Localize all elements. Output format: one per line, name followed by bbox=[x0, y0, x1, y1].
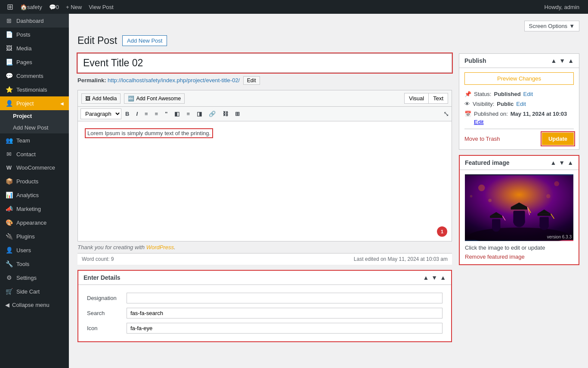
wp-credit: Thank you for creating with WordPress. bbox=[77, 241, 452, 253]
sidebar-item-tools[interactable]: 🔧 Tools bbox=[0, 257, 69, 271]
blockquote-btn[interactable]: " bbox=[162, 109, 170, 119]
publish-close-btn[interactable]: ▲ bbox=[568, 57, 574, 64]
sidebar-item-analytics[interactable]: 📊 Analytics bbox=[0, 188, 69, 202]
collapse-menu-btn[interactable]: ◀ Collapse menu bbox=[0, 298, 69, 312]
sidebar-item-contact[interactable]: ✉ Contact bbox=[0, 147, 69, 161]
settings-icon: ⚙ bbox=[5, 274, 13, 281]
status-edit-link[interactable]: Edit bbox=[523, 91, 533, 97]
add-font-label: Add Font Awesome bbox=[136, 96, 181, 102]
permalink-edit-btn[interactable]: Edit bbox=[243, 76, 260, 85]
site-name-btn[interactable]: 🏠 safety bbox=[17, 0, 46, 14]
sidebar-item-users[interactable]: 👤 Users bbox=[0, 243, 69, 257]
align-center-btn[interactable]: ≡ bbox=[183, 109, 193, 119]
icon-input[interactable] bbox=[127, 323, 443, 334]
sidebar-item-posts[interactable]: 📄 Posts bbox=[0, 28, 69, 41]
team-icon: 👥 bbox=[5, 137, 13, 144]
editor-toolbar-top: 🖼 Add Media 🔤 Add Font Awesome Visual Te… bbox=[77, 90, 452, 106]
sidebar-item-project[interactable]: 👤 Project ◀ bbox=[0, 96, 69, 110]
italic-btn[interactable]: I bbox=[133, 109, 141, 119]
featured-down-btn[interactable]: ▼ bbox=[559, 159, 565, 166]
add-new-post-btn[interactable]: Add New Post bbox=[122, 35, 167, 46]
table-btn[interactable]: ⊞ bbox=[232, 109, 243, 119]
admin-menu: ⊞ Dashboard 📄 Posts 🖼 Media 📃 Pages 💬 Co… bbox=[0, 14, 69, 368]
visibility-edit-link[interactable]: Edit bbox=[516, 101, 526, 107]
sidebar-analytics-label: Analytics bbox=[16, 192, 39, 198]
ul-btn[interactable]: ≡ bbox=[142, 109, 151, 119]
featured-image-body: version 6.3.3 Click the image to edit or… bbox=[460, 170, 579, 264]
publish-up-btn[interactable]: ▲ bbox=[551, 57, 557, 64]
move-to-trash-link[interactable]: Move to Trash bbox=[464, 136, 500, 142]
visual-tab[interactable]: Visual bbox=[405, 93, 429, 103]
post-title-input[interactable] bbox=[77, 53, 452, 73]
enter-details-metabox: Enter Details ▲ ▼ ▲ Designation bbox=[77, 270, 452, 342]
sidebar-item-comments[interactable]: 💬 Comments bbox=[0, 69, 69, 83]
paragraph-select[interactable]: Paragraph Heading 1 Heading 2 Heading 3 bbox=[80, 108, 121, 119]
editor-sidebar: Publish ▲ ▼ ▲ Preview Changes 📌 Status: … bbox=[459, 53, 579, 342]
wordpress-link[interactable]: WordPress bbox=[146, 244, 174, 250]
add-media-icon: 🖼 bbox=[85, 96, 90, 102]
sidebar-item-marketing[interactable]: 📣 Marketing bbox=[0, 202, 69, 216]
permalink-url[interactable]: http://localhost/safety/index.php/projec… bbox=[108, 77, 240, 83]
designation-input[interactable] bbox=[127, 293, 443, 303]
visibility-value: Public bbox=[497, 101, 514, 107]
site-name: safety bbox=[27, 4, 42, 10]
sidebar-sidecart-label: Side Cart bbox=[16, 288, 40, 295]
expand-btn[interactable]: ⤡ bbox=[443, 110, 449, 118]
text-tab[interactable]: Text bbox=[429, 93, 448, 103]
sidebar-item-appearance[interactable]: 🎨 Appearance bbox=[0, 216, 69, 229]
link-btn[interactable]: 🔗 bbox=[206, 109, 219, 119]
sidebar-item-plugins[interactable]: 🔌 Plugins bbox=[0, 229, 69, 243]
products-icon: 📦 bbox=[5, 178, 13, 185]
editor-content-area[interactable]: Lorem Ipsum is simply dummy text of the … bbox=[77, 121, 452, 241]
metabox-close-btn[interactable]: ▲ bbox=[440, 274, 446, 281]
metabox-up-btn[interactable]: ▲ bbox=[423, 274, 429, 281]
search-label: Search bbox=[84, 306, 123, 320]
add-font-awesome-btn[interactable]: 🔤 Add Font Awesome bbox=[124, 93, 185, 104]
align-left-btn[interactable]: ◧ bbox=[171, 109, 183, 119]
screen-options-btn[interactable]: Screen Options ▼ bbox=[524, 21, 579, 31]
svg-point-22 bbox=[470, 195, 473, 198]
unlink-btn[interactable]: ⛓ bbox=[220, 109, 231, 119]
featured-up-btn[interactable]: ▲ bbox=[550, 159, 556, 166]
new-post-btn[interactable]: + New bbox=[62, 0, 85, 14]
publish-down-btn[interactable]: ▼ bbox=[559, 57, 565, 64]
sidebar-item-woocommerce[interactable]: W WooCommerce bbox=[0, 161, 69, 174]
preview-changes-btn[interactable]: Preview Changes bbox=[464, 72, 574, 85]
font-awesome-icon: 🔤 bbox=[128, 96, 134, 102]
sidebar-item-products[interactable]: 📦 Products bbox=[0, 174, 69, 188]
view-post-btn[interactable]: View Post bbox=[85, 0, 117, 14]
sidebar-item-team[interactable]: 👥 Team bbox=[0, 133, 69, 147]
sidebar-item-dashboard[interactable]: ⊞ Dashboard bbox=[0, 14, 69, 28]
metabox-down-btn[interactable]: ▼ bbox=[431, 274, 437, 281]
sidebar-project-label: Project bbox=[16, 100, 34, 107]
featured-close-btn[interactable]: ▲ bbox=[567, 159, 573, 166]
wp-logo-btn[interactable]: ⊞ bbox=[3, 0, 17, 14]
sidebar-item-testimonials[interactable]: ⭐ Testimonials bbox=[0, 83, 69, 96]
published-edit-link[interactable]: Edit bbox=[474, 119, 483, 125]
woo-icon: W bbox=[5, 164, 13, 171]
sidebar-item-media[interactable]: 🖼 Media bbox=[0, 41, 69, 55]
update-btn[interactable]: Update bbox=[542, 133, 574, 145]
search-input[interactable] bbox=[127, 308, 443, 319]
sidebar-subitem-project[interactable]: Project bbox=[0, 110, 69, 122]
svg-rect-4 bbox=[511, 207, 528, 210]
wp-credit-text: Thank you for creating with bbox=[77, 244, 145, 250]
sidebar-subitem-add-new[interactable]: Add New Post bbox=[0, 122, 69, 133]
sidebar-item-pages[interactable]: 📃 Pages bbox=[0, 55, 69, 69]
appearance-icon: 🎨 bbox=[5, 219, 13, 226]
published-label: Published on: bbox=[474, 111, 508, 117]
sidebar-testimonials-label: Testimonials bbox=[16, 87, 47, 93]
featured-image-svg bbox=[465, 174, 573, 241]
screen-options-arrow-icon: ▼ bbox=[569, 23, 575, 29]
project-icon: 👤 bbox=[5, 100, 13, 107]
align-right-btn[interactable]: ◨ bbox=[194, 109, 205, 119]
permalink-label: Permalink: bbox=[77, 77, 106, 83]
add-media-btn[interactable]: 🖼 Add Media bbox=[81, 93, 121, 104]
comments-btn[interactable]: 💬 0 bbox=[46, 0, 62, 14]
sidebar-item-sidecart[interactable]: 🛒 Side Cart bbox=[0, 285, 69, 298]
bold-btn[interactable]: B bbox=[122, 109, 132, 119]
featured-image-thumbnail[interactable]: version 6.3.3 bbox=[465, 174, 573, 241]
remove-featured-image-link[interactable]: Remove featured image bbox=[465, 254, 573, 260]
sidebar-item-settings[interactable]: ⚙ Settings bbox=[0, 271, 69, 285]
ol-btn[interactable]: ≡ bbox=[152, 109, 161, 119]
